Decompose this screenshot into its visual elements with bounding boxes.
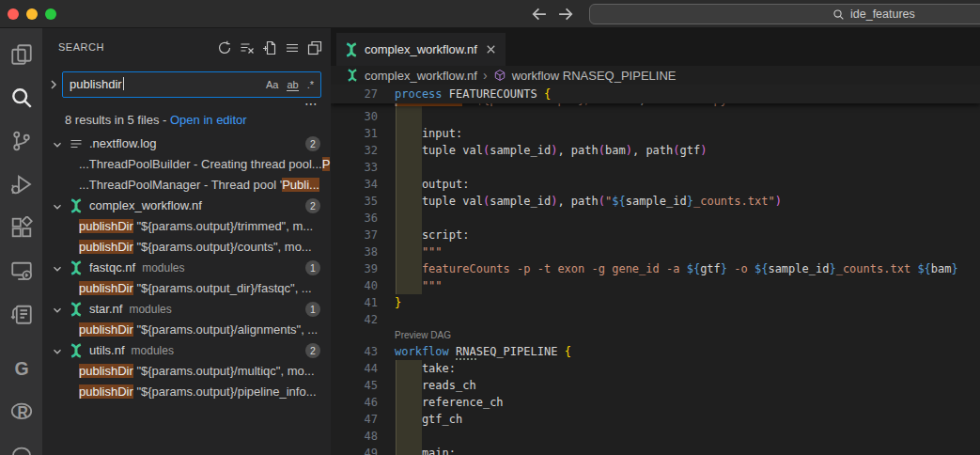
code-line[interactable]: 42: [331, 311, 980, 328]
open-in-editor-panel-icon[interactable]: [305, 39, 324, 57]
close-button[interactable]: [8, 8, 19, 20]
match-result-row[interactable]: publishDir "${params.output_dir}/fastqc"…: [42, 278, 331, 299]
extensions-icon[interactable]: [0, 206, 42, 249]
file-result-row[interactable]: complex_workflow.nf2: [42, 196, 331, 216]
match-result-row[interactable]: publishDir "${params.output}/multiqc", m…: [42, 361, 331, 382]
line-number[interactable]: 36: [331, 210, 378, 227]
match-result-row[interactable]: ...ThreadPoolBuilder - Creating thread p…: [42, 154, 331, 175]
partial-extension-icon[interactable]: [0, 433, 42, 455]
file-result-row[interactable]: .nextflow.log2: [42, 133, 331, 154]
line-number[interactable]: 33: [331, 159, 378, 176]
search-input[interactable]: publishdir Aa ab .*: [62, 71, 321, 98]
code-line[interactable]: 32 tuple val(sample_id), path(bam), path…: [331, 142, 980, 159]
line-number[interactable]: 34: [331, 176, 378, 193]
zoom-button[interactable]: [45, 8, 56, 20]
code-line[interactable]: 35 tuple val(sample_id), path("${sample_…: [331, 193, 980, 210]
file-result-row[interactable]: utils.nfmodules2: [42, 340, 331, 361]
match-result-row[interactable]: publishDir "${params.output}/pipeline_in…: [42, 382, 331, 402]
line-number[interactable]: 42: [331, 311, 378, 328]
code-line[interactable]: 34 output:: [331, 176, 980, 193]
command-center[interactable]: ide_features: [589, 4, 980, 24]
code-line[interactable]: 30: [331, 108, 980, 125]
tab-complex-workflow[interactable]: complex_workflow.nf: [336, 33, 506, 66]
line-number[interactable]: 48: [331, 428, 378, 445]
code-text: process FEATURECOUNTS {: [395, 85, 551, 103]
source-control-icon[interactable]: [0, 119, 42, 163]
explorer-icon[interactable]: [0, 33, 42, 76]
code-line[interactable]: 45 reads_ch: [331, 377, 980, 394]
chevron-down-icon[interactable]: [51, 261, 64, 275]
match-result-row[interactable]: publishDir "${params.output}/alignments"…: [42, 320, 331, 340]
line-number[interactable]: 35: [331, 193, 378, 210]
tasks-icon[interactable]: [0, 292, 42, 336]
regex-toggle[interactable]: .*: [307, 79, 314, 90]
breadcrumb-file[interactable]: complex_workflow.nf: [365, 69, 477, 83]
line-number[interactable]: 44: [331, 360, 378, 377]
line-number[interactable]: 47: [331, 411, 378, 428]
code-area[interactable]: 27process FEATURECOUNTS {publishDir "${p…: [331, 85, 980, 455]
search-icon[interactable]: [0, 76, 42, 119]
line-number[interactable]: 46: [331, 394, 378, 411]
code-line[interactable]: 48: [331, 428, 980, 445]
code-line[interactable]: 49 main:: [331, 445, 980, 455]
code-line[interactable]: 37 script:: [331, 227, 980, 243]
file-result-row[interactable]: star.nfmodules1: [42, 299, 331, 320]
code-line[interactable]: 39 featureCounts -p -t exon -g gene_id -…: [331, 260, 980, 277]
remote-explorer-icon[interactable]: [0, 249, 42, 292]
code-token: ${: [612, 195, 625, 208]
chevron-down-icon[interactable]: [51, 303, 64, 316]
line-number[interactable]: 27: [331, 85, 378, 103]
breadcrumb-symbol[interactable]: workflow RNASEQ_PIPELINE: [512, 69, 677, 83]
code-line[interactable]: 33: [331, 159, 980, 176]
line-number[interactable]: 30: [331, 108, 378, 125]
gitlens-icon[interactable]: G: [0, 347, 42, 390]
match-case-toggle[interactable]: Aa: [266, 79, 278, 90]
new-search-editor-icon[interactable]: [260, 39, 279, 57]
code-line[interactable]: 41}: [331, 294, 980, 311]
line-number[interactable]: 45: [331, 377, 378, 394]
sticky-scroll-line[interactable]: 27process FEATURECOUNTS {: [331, 85, 980, 103]
refresh-icon[interactable]: [215, 39, 234, 57]
forward-icon[interactable]: [556, 5, 575, 24]
back-icon[interactable]: [530, 5, 549, 24]
whole-word-toggle[interactable]: ab: [287, 79, 298, 91]
code-line[interactable]: 46 reference_ch: [331, 394, 980, 411]
match-result-row[interactable]: ...ThreadPoolManager - Thread pool 'Publ…: [42, 175, 331, 196]
code-line[interactable]: 36: [331, 210, 980, 227]
file-result-row[interactable]: fastqc.nfmodules1: [42, 258, 331, 278]
line-number[interactable]: 41: [331, 294, 378, 311]
toggle-search-details-icon[interactable]: ⋯: [304, 96, 319, 111]
minimize-button[interactable]: [26, 8, 38, 20]
line-number[interactable]: 39: [331, 260, 378, 277]
code-line[interactable]: 31 input:: [331, 125, 980, 142]
code-line[interactable]: 47 gtf_ch: [331, 411, 980, 428]
toggle-replace-chevron-icon[interactable]: [46, 77, 61, 92]
match-count-badge: 2: [305, 136, 320, 151]
match-result-row[interactable]: publishDir "${params.output}/trimmed", m…: [42, 216, 331, 237]
line-number[interactable]: 38: [331, 243, 378, 260]
line-number[interactable]: 40: [331, 277, 378, 294]
chevron-down-icon[interactable]: [51, 137, 64, 150]
collapse-all-icon[interactable]: [283, 39, 302, 57]
clear-results-icon[interactable]: [238, 39, 257, 57]
close-icon[interactable]: [484, 42, 498, 56]
line-number[interactable]: 31: [331, 125, 378, 142]
run-debug-icon[interactable]: [0, 163, 42, 206]
chevron-down-icon[interactable]: [51, 199, 64, 212]
code-line[interactable]: 40 """: [331, 277, 980, 294]
match-context: "${params.output}/trimmed", m...: [133, 219, 313, 233]
line-number[interactable]: 49: [331, 445, 378, 455]
search-query: publishdir: [70, 77, 122, 91]
open-in-editor-link[interactable]: Open in editor: [170, 113, 247, 127]
code-line[interactable]: 44 take:: [331, 360, 980, 377]
line-number[interactable]: 32: [331, 142, 378, 159]
match-result-row[interactable]: publishDir "${params.output}/counts", mo…: [42, 237, 331, 258]
code-line[interactable]: 38 """: [331, 243, 980, 260]
r-language-icon[interactable]: R: [0, 390, 42, 433]
line-number[interactable]: 43: [331, 343, 378, 360]
codelens-preview-dag[interactable]: Preview DAG: [331, 328, 980, 343]
match-highlight: publishDir: [79, 219, 133, 233]
code-line[interactable]: 43workflow RNASEQ_PIPELINE {: [331, 343, 980, 360]
line-number[interactable]: 37: [331, 227, 378, 243]
chevron-down-icon[interactable]: [51, 344, 64, 357]
